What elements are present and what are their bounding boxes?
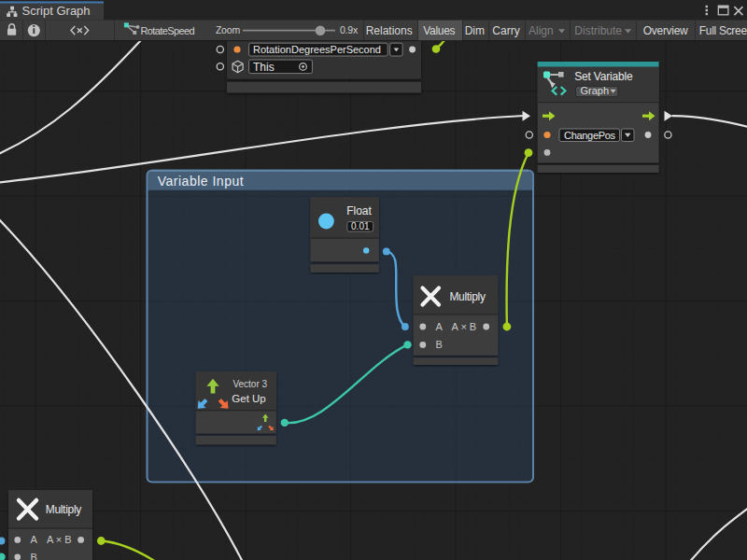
svg-text:Get Up: Get Up (232, 393, 265, 404)
svg-text:RotationDegreesPerSecond: RotationDegreesPerSecond (253, 44, 381, 55)
svg-text:Dim: Dim (465, 24, 485, 37)
svg-text:A × B: A × B (47, 534, 72, 545)
svg-text:Distribute: Distribute (574, 24, 622, 37)
svg-text:B: B (31, 552, 37, 560)
svg-text:A: A (31, 534, 38, 545)
svg-text:Carry: Carry (492, 24, 519, 37)
svg-text:Set Variable: Set Variable (574, 70, 633, 83)
svg-text:Full Screen: Full Screen (699, 24, 747, 37)
svg-text:B: B (436, 339, 443, 350)
svg-text:Align: Align (529, 24, 554, 37)
svg-text:Values: Values (423, 24, 455, 37)
svg-text:Script Graph: Script Graph (22, 4, 91, 18)
svg-text:0.01: 0.01 (351, 221, 370, 231)
svg-text:Multiply: Multiply (449, 290, 486, 303)
svg-text:Float: Float (346, 204, 372, 217)
svg-text:Variable Input: Variable Input (158, 174, 244, 189)
svg-text:ChangePos: ChangePos (564, 130, 616, 141)
svg-text:Vector 3: Vector 3 (233, 379, 267, 389)
svg-text:Multiply: Multiply (46, 503, 82, 516)
svg-text:Zoom: Zoom (216, 24, 240, 35)
svg-text:RotateSpeed: RotateSpeed (141, 25, 195, 36)
svg-text:A: A (436, 321, 444, 332)
svg-text:Relations: Relations (366, 24, 413, 37)
svg-text:A × B: A × B (452, 321, 477, 332)
svg-text:0.9x: 0.9x (340, 24, 359, 35)
svg-text:Overview: Overview (643, 24, 688, 37)
svg-text:This: This (253, 61, 275, 74)
svg-text:Graph: Graph (581, 85, 610, 96)
